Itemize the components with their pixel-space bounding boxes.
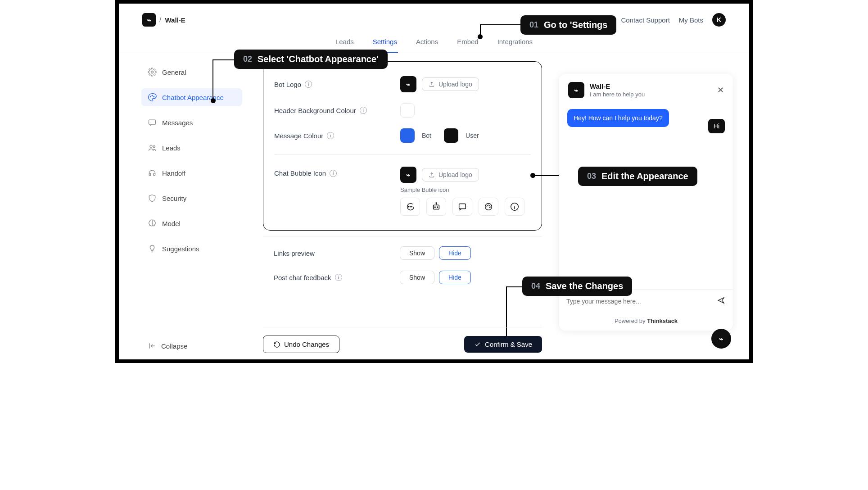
callout-01: 01 Go to 'Settings bbox=[520, 15, 616, 35]
sample-icon-info[interactable] bbox=[505, 198, 524, 216]
sidebar-item-model[interactable]: Model bbox=[141, 214, 242, 232]
lower-settings: Links preview Show Hide Post chat feedba… bbox=[263, 236, 542, 290]
post-chat-hide[interactable]: Hide bbox=[439, 271, 471, 284]
links-preview-label: Links preview bbox=[274, 250, 315, 257]
sidebar-item-general[interactable]: General bbox=[141, 63, 242, 81]
svg-point-0 bbox=[151, 71, 154, 73]
svg-rect-10 bbox=[434, 205, 439, 209]
palette-icon bbox=[148, 93, 157, 102]
preview-subtitle: I am here to help you bbox=[590, 91, 645, 98]
callout-03: 03 Edit the Appearance bbox=[578, 167, 697, 186]
sample-icon-chat-dots[interactable] bbox=[400, 198, 420, 216]
callout-text: Go to 'Settings bbox=[544, 20, 607, 30]
sidebar-item-label: Messages bbox=[162, 119, 193, 127]
upload-label: Upload logo bbox=[439, 81, 472, 88]
my-bots-link[interactable]: My Bots bbox=[679, 16, 703, 24]
app-logo[interactable]: ⌁ bbox=[142, 13, 156, 27]
callout-num: 02 bbox=[243, 54, 252, 64]
shield-icon bbox=[148, 194, 157, 203]
svg-point-8 bbox=[410, 206, 410, 207]
sidebar-item-label: Handoff bbox=[162, 169, 185, 177]
bot-swatch-label: Bot bbox=[422, 132, 431, 139]
sample-icon-square-chat[interactable] bbox=[452, 198, 472, 216]
sidebar-item-label: Security bbox=[162, 195, 186, 202]
sidebar-collapse-label: Collapse bbox=[161, 342, 187, 350]
sidebar-item-leads[interactable]: Leads bbox=[141, 139, 242, 157]
chat-launcher-fab[interactable]: ⌁ bbox=[711, 329, 731, 349]
info-icon[interactable]: i bbox=[335, 274, 342, 281]
sidebar-item-messages[interactable]: Messages bbox=[141, 113, 242, 132]
sidebar-item-label: Leads bbox=[162, 144, 181, 152]
tab-integrations[interactable]: Integrations bbox=[497, 35, 533, 53]
bulb-icon bbox=[148, 244, 157, 253]
bot-logo-label: Bot Logo bbox=[274, 81, 301, 88]
svg-point-12 bbox=[437, 207, 438, 208]
upload-icon bbox=[429, 81, 435, 87]
info-icon[interactable]: i bbox=[330, 170, 337, 177]
contact-support-link[interactable]: Contact Support bbox=[621, 16, 669, 24]
svg-point-15 bbox=[485, 204, 492, 210]
svg-rect-14 bbox=[459, 204, 466, 209]
links-preview-show[interactable]: Show bbox=[400, 246, 434, 260]
callout-02: 02 Select 'Chatbot Appearance' bbox=[234, 50, 388, 69]
tab-actions[interactable]: Actions bbox=[415, 35, 439, 53]
info-icon[interactable]: i bbox=[327, 132, 334, 139]
message-icon bbox=[148, 118, 157, 127]
svg-point-6 bbox=[153, 145, 155, 147]
header-bg-swatch[interactable] bbox=[400, 103, 415, 118]
svg-point-5 bbox=[150, 145, 152, 147]
info-icon[interactable]: i bbox=[305, 81, 312, 88]
undo-changes-button[interactable]: Undo Changes bbox=[263, 336, 339, 353]
info-icon[interactable]: i bbox=[360, 107, 367, 114]
svg-point-2 bbox=[152, 95, 153, 96]
preview-message-input[interactable] bbox=[566, 298, 712, 305]
sidebar-item-label: Suggestions bbox=[162, 245, 199, 253]
user-avatar[interactable]: K bbox=[712, 13, 726, 27]
sidebar-item-suggestions[interactable]: Suggestions bbox=[141, 240, 242, 258]
preview-user-bubble: Hi bbox=[708, 119, 725, 133]
tab-embed[interactable]: Embed bbox=[456, 35, 479, 53]
svg-point-9 bbox=[411, 206, 412, 207]
links-preview-hide[interactable]: Hide bbox=[439, 246, 471, 260]
breadcrumb-bot-name[interactable]: Wall-E bbox=[165, 16, 185, 24]
collapse-icon bbox=[148, 341, 157, 350]
top-bar: ⌁ / Wall-E Contact Support My Bots K bbox=[119, 4, 749, 30]
gear-icon bbox=[148, 68, 157, 77]
preview-title: Wall-E bbox=[590, 82, 645, 90]
upload-label: Upload logo bbox=[439, 171, 472, 178]
preview-bot-bubble: Hey! How can I help you today? bbox=[567, 109, 669, 127]
post-chat-show[interactable]: Show bbox=[400, 271, 434, 284]
user-colour-swatch[interactable] bbox=[444, 128, 458, 143]
upload-bot-logo-button[interactable]: Upload logo bbox=[422, 77, 479, 91]
sidebar-item-handoff[interactable]: Handoff bbox=[141, 164, 242, 182]
sample-icon-robot[interactable] bbox=[426, 198, 446, 216]
post-chat-label: Post chat feedback bbox=[274, 274, 331, 281]
svg-point-13 bbox=[436, 203, 437, 204]
callout-text: Select 'Chatbot Appearance' bbox=[258, 54, 379, 64]
breadcrumb-sep: / bbox=[159, 16, 161, 24]
settings-sidebar: General Chatbot Appearance Messages Lead… bbox=[119, 53, 250, 359]
connector-line bbox=[212, 59, 235, 60]
connector-line bbox=[480, 24, 521, 25]
close-icon[interactable]: ✕ bbox=[717, 85, 724, 95]
send-icon[interactable] bbox=[717, 296, 726, 307]
appearance-panel: Bot Logoi ⌁ Upload logo Header Backgroun… bbox=[263, 61, 542, 231]
sidebar-item-security[interactable]: Security bbox=[141, 189, 242, 207]
upload-icon bbox=[429, 172, 435, 178]
sidebar-item-chatbot-appearance[interactable]: Chatbot Appearance bbox=[141, 88, 242, 106]
connector-line bbox=[480, 24, 481, 36]
sample-icon-support[interactable] bbox=[479, 198, 498, 216]
svg-point-7 bbox=[408, 206, 409, 207]
user-swatch-label: User bbox=[466, 132, 479, 139]
preview-powered-by: Powered by Thinkstack bbox=[559, 313, 733, 331]
sidebar-item-label: Model bbox=[162, 220, 181, 227]
sample-bubble-label: Sample Buble icon bbox=[400, 186, 524, 193]
check-icon bbox=[474, 341, 481, 348]
bot-colour-swatch[interactable] bbox=[400, 128, 415, 143]
upload-bubble-icon-button[interactable]: Upload logo bbox=[422, 168, 479, 181]
action-bar: Undo Changes Confirm & Save bbox=[263, 327, 542, 353]
sidebar-collapse[interactable]: Collapse bbox=[141, 341, 250, 350]
confirm-save-button[interactable]: Confirm & Save bbox=[464, 336, 542, 353]
preview-bot-logo: ⌁ bbox=[568, 82, 584, 98]
svg-point-1 bbox=[150, 96, 151, 97]
